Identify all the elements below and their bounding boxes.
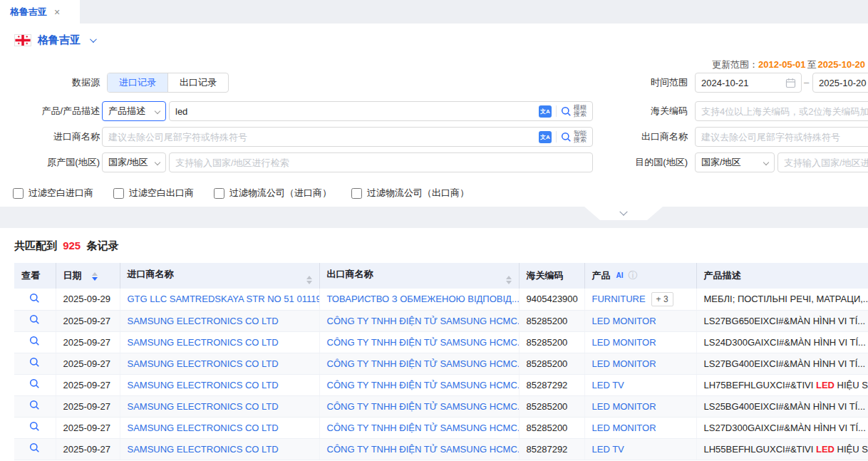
checkbox-filter-blank-importer[interactable]: 过滤空白进口商 bbox=[13, 187, 93, 200]
view-magnifier-icon[interactable] bbox=[29, 378, 40, 389]
view-magnifier-icon[interactable] bbox=[29, 336, 40, 346]
row-date: 2025-09-27 bbox=[56, 417, 120, 438]
importer-name-field: 文A 智能 搜索 bbox=[102, 127, 593, 147]
exporter-link[interactable]: CÔNG TY TNHH ĐIỆN TỬ SAMSUNG HCMC... bbox=[327, 380, 520, 390]
date-to-input[interactable] bbox=[813, 78, 868, 88]
view-magnifier-icon[interactable] bbox=[29, 357, 40, 368]
chevron-down-icon bbox=[763, 160, 769, 165]
update-range: 更新范围：2012-05-01至2025-10-20 bbox=[712, 58, 865, 71]
data-source-segmented: 进口记录 出口记录 bbox=[107, 73, 229, 93]
destination-country-select[interactable]: 国家/地区 bbox=[695, 152, 775, 172]
view-magnifier-icon[interactable] bbox=[29, 400, 40, 410]
view-magnifier-icon[interactable] bbox=[29, 314, 40, 325]
row-date: 2025-09-27 bbox=[56, 438, 120, 460]
exporter-link[interactable]: CÔNG TY TNHH ĐIỆN TỬ SAMSUNG HCMC... bbox=[327, 423, 520, 433]
collapse-panel-handle[interactable] bbox=[584, 207, 663, 220]
date-range-separator: – bbox=[804, 73, 809, 93]
checkbox-label: 过滤空白进口商 bbox=[29, 187, 93, 200]
importer-link[interactable]: SAMSUNG ELECTRONICS CO LTD bbox=[128, 358, 279, 369]
view-magnifier-icon[interactable] bbox=[29, 421, 40, 432]
header-importer[interactable]: 进口商名称 bbox=[120, 263, 319, 289]
sort-icon-importer[interactable] bbox=[306, 276, 312, 284]
calendar-icon[interactable] bbox=[785, 78, 796, 88]
importer-link[interactable]: SAMSUNG ELECTRONICS CO LTD bbox=[128, 316, 279, 326]
chevron-down-icon[interactable] bbox=[90, 36, 97, 43]
translate-icon[interactable]: 文A bbox=[539, 131, 552, 143]
result-count-line: 共匹配到 925 条记录 bbox=[0, 228, 868, 263]
view-magnifier-icon[interactable] bbox=[29, 293, 40, 304]
checkbox[interactable] bbox=[351, 188, 362, 199]
row-hs-code: 85285200 bbox=[519, 417, 584, 438]
importer-link[interactable]: SAMSUNG ELECTRONICS CO LTD bbox=[128, 423, 279, 433]
origin-country-select[interactable]: 国家/地区 bbox=[102, 152, 166, 172]
product-tag-link[interactable]: LED MONITOR bbox=[592, 401, 656, 412]
translate-icon[interactable]: 文A bbox=[539, 105, 552, 118]
row-date: 2025-09-27 bbox=[56, 331, 120, 353]
checkbox[interactable] bbox=[214, 188, 224, 199]
row-hs-code: 85285200 bbox=[519, 331, 584, 353]
product-tag-link[interactable]: LED MONITOR bbox=[592, 316, 656, 326]
info-icon[interactable]: ⓘ bbox=[629, 270, 638, 281]
importer-link[interactable]: SAMSUNG ELECTRONICS CO LTD bbox=[128, 380, 279, 390]
tab-georgia[interactable]: 格鲁吉亚 × bbox=[0, 0, 80, 24]
sort-icon-exporter[interactable] bbox=[506, 276, 512, 284]
importer-link[interactable]: SAMSUNG ELECTRONICS CO LTD bbox=[128, 401, 279, 412]
exporter-link[interactable]: CÔNG TY TNHH ĐIỆN TỬ SAMSUNG HCMC... bbox=[327, 337, 520, 348]
product-label: 产品/产品描述 bbox=[0, 101, 100, 121]
importer-link[interactable]: SAMSUNG ELECTRONICS CO LTD bbox=[128, 444, 279, 455]
exporter-name-input[interactable] bbox=[696, 132, 868, 143]
checkbox-filter-logistics-importer[interactable]: 过滤物流公司（进口商） bbox=[214, 187, 331, 200]
checkbox-label: 过滤空白出口商 bbox=[129, 187, 194, 200]
hs-code-input[interactable] bbox=[696, 106, 868, 117]
exporter-link[interactable]: CÔNG TY TNHH ĐIỆN TỬ SAMSUNG HCMC... bbox=[327, 444, 520, 455]
product-extra-badge[interactable]: + 3 bbox=[651, 292, 673, 306]
product-tag-link[interactable]: LED TV bbox=[592, 380, 624, 390]
importer-name-label: 进口商名称 bbox=[0, 127, 100, 147]
exporter-link[interactable]: ТОВАРИСТВО З ОБМЕЖЕНОЮ ВІДПОВІД... bbox=[327, 294, 520, 304]
checkbox[interactable] bbox=[13, 188, 24, 199]
header-description: 产品描述 bbox=[696, 263, 868, 289]
product-search-field: 文A 模糊 搜索 bbox=[169, 101, 593, 121]
data-source-label: 数据源 bbox=[0, 73, 100, 93]
product-tag-link[interactable]: LED MONITOR bbox=[592, 337, 656, 348]
importer-link[interactable]: GTG LLC SAMTREDSKAYA STR NO 51 01119... bbox=[128, 294, 320, 304]
importer-link[interactable]: SAMSUNG ELECTRONICS CO LTD bbox=[128, 337, 279, 348]
row-description: LS27D300GAIXCI#&MÀN HÌNH VI TÍ... bbox=[696, 417, 868, 438]
table-row: 2025-09-27 SAMSUNG ELECTRONICS CO LTD CÔ… bbox=[14, 353, 868, 374]
header-date[interactable]: 日期 bbox=[56, 263, 120, 289]
product-tag-link[interactable]: LED TV bbox=[592, 444, 624, 455]
sort-icon-date[interactable] bbox=[92, 272, 98, 281]
header-product: 产品AIⓘ bbox=[584, 263, 696, 289]
product-tag-link[interactable]: LED MONITOR bbox=[592, 358, 656, 369]
checkbox-filter-logistics-exporter[interactable]: 过滤物流公司（出口商） bbox=[351, 187, 469, 200]
exporter-link[interactable]: CÔNG TY TNHH ĐIỆN TỬ SAMSUNG HCMC... bbox=[327, 358, 520, 369]
origin-select-value: 国家/地区 bbox=[108, 156, 148, 169]
country-name[interactable]: 格鲁吉亚 bbox=[38, 33, 81, 47]
product-type-select[interactable]: 产品描述 bbox=[102, 101, 166, 121]
header-exporter[interactable]: 出口商名称 bbox=[319, 263, 519, 289]
checkbox[interactable] bbox=[113, 188, 124, 199]
checkbox-filter-blank-exporter[interactable]: 过滤空白出口商 bbox=[113, 187, 194, 200]
exporter-link[interactable]: CÔNG TY TNHH ĐIỆN TỬ SAMSUNG HCMC... bbox=[327, 401, 520, 412]
product-search-input[interactable] bbox=[170, 106, 539, 117]
view-magnifier-icon[interactable] bbox=[29, 442, 40, 453]
destination-country-input[interactable] bbox=[778, 157, 868, 168]
exporter-link[interactable]: CÔNG TY TNHH ĐIỆN TỬ SAMSUNG HCMC... bbox=[327, 316, 520, 326]
product-tag-link[interactable]: LED MONITOR bbox=[592, 423, 656, 433]
destination-country-field bbox=[777, 152, 868, 172]
row-description: LS25BG400EIXCI#&MÀN HÌNH VI TÍ... bbox=[696, 395, 868, 417]
smart-search-button[interactable]: 智能 搜索 bbox=[561, 130, 587, 143]
checkbox-label: 过滤物流公司（出口商） bbox=[367, 187, 469, 200]
importer-name-input[interactable] bbox=[103, 132, 539, 143]
tab-import-records[interactable]: 进口记录 bbox=[108, 73, 167, 92]
origin-country-input[interactable] bbox=[170, 157, 584, 168]
origin-country-label: 原产国(地区) bbox=[0, 152, 100, 172]
row-date: 2025-09-27 bbox=[56, 310, 120, 331]
fuzzy-search-button[interactable]: 模糊 搜索 bbox=[561, 105, 587, 118]
row-hs-code: 85285200 bbox=[519, 395, 584, 417]
update-range-to-word: 至 bbox=[807, 59, 817, 70]
tab-close-icon[interactable]: × bbox=[54, 7, 60, 17]
product-tag-link[interactable]: FURNITURE bbox=[592, 294, 646, 304]
tab-export-records[interactable]: 出口记录 bbox=[167, 73, 228, 92]
date-from-input[interactable] bbox=[696, 78, 785, 88]
